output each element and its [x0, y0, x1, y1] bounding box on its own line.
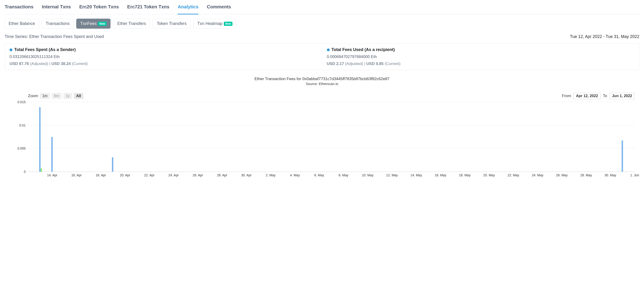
x-tick: 26. Apr — [192, 173, 203, 177]
fees-spent-eth: 0.031206613025111324 Eth — [10, 54, 317, 59]
subtab-txn-heatmap-label: Txn Heatmap — [197, 21, 222, 26]
x-tick: 14. Apr — [47, 173, 57, 177]
chart-title-block: Ether Transaction Fees for 0x0abbaf7731c… — [5, 77, 639, 86]
x-tick: 24. May — [532, 173, 544, 177]
subtab-transactions[interactable]: Transactions — [42, 19, 74, 29]
x-tick: 22. Apr — [144, 173, 154, 177]
date-range-group: From Apr 12, 2022 To Jun 1, 2022 — [562, 93, 635, 99]
zoom-6m-button[interactable]: 6m — [52, 93, 62, 99]
dot-icon — [10, 48, 12, 51]
fees-spent-title: Total Fees Spent (As a Sender) — [14, 47, 76, 52]
subtab-txn-fees[interactable]: TxnFees New — [76, 19, 110, 29]
tab-analytics[interactable]: Analytics — [178, 4, 198, 14]
tab-internal-txns[interactable]: Internal Txns — [42, 4, 71, 14]
new-badge-icon: New — [224, 22, 232, 26]
x-tick: 20. May — [483, 173, 495, 177]
subtab-token-transfers[interactable]: Token Transfers — [153, 19, 190, 29]
tab-transactions[interactable]: Transactions — [5, 4, 33, 14]
x-tick: 16. Apr — [71, 173, 82, 177]
fees-used-usd: USD 2.17 (Adjusted) | USD 0.85 (Current) — [327, 61, 635, 66]
chart-bar[interactable] — [112, 157, 113, 172]
x-tick: 24. Apr — [168, 173, 178, 177]
x-axis: 14. Apr16. Apr18. Apr20. Apr22. Apr24. A… — [28, 173, 635, 180]
fee-stats-box: Total Fees Spent (As a Sender) 0.0312066… — [5, 43, 639, 70]
time-series-range: Tue 12, Apr 2022 - Tue 31, May 2022 — [570, 34, 639, 39]
subtab-txn-heatmap[interactable]: Txn Heatmap New — [193, 19, 236, 29]
x-tick: 6. May — [314, 173, 324, 177]
chart-bar[interactable] — [39, 107, 40, 172]
x-tick: 18. May — [459, 173, 471, 177]
tab-erc721[interactable]: Erc721 Token Txns — [127, 4, 170, 14]
chart-controls: Zoom 1m 6m 1y All From Apr 12, 2022 To J… — [5, 93, 639, 99]
zoom-1m-button[interactable]: 1m — [40, 93, 50, 99]
x-tick: 28. Apr — [217, 173, 227, 177]
x-tick: 14. May — [410, 173, 422, 177]
x-tick: 22. May — [508, 173, 519, 177]
y-tick: 0 — [16, 170, 26, 174]
to-date-input[interactable]: Jun 1, 2022 — [610, 93, 635, 99]
tab-comments[interactable]: Comments — [207, 4, 231, 14]
fees-spent-usd: USD 87.76 (Adjusted) | USD 38.24 (Curren… — [10, 61, 317, 66]
chart-title: Ether Transaction Fees for 0x0abbaf7731c… — [5, 77, 639, 81]
fees-used-eth: 0.000694702797684000 Eth — [327, 54, 635, 59]
subtab-txn-fees-label: TxnFees — [80, 21, 96, 26]
to-label: To — [603, 94, 607, 98]
x-tick: 30. Apr — [241, 173, 252, 177]
x-tick: 28. May — [580, 173, 592, 177]
tab-erc20[interactable]: Erc20 Token Txns — [79, 4, 119, 14]
y-tick: 0.015 — [16, 100, 26, 104]
x-tick: 8. May — [338, 173, 348, 177]
from-date-input[interactable]: Apr 12, 2022 — [573, 93, 600, 99]
chart-source: Source: Etherscan.io — [5, 82, 639, 86]
fees-spent-col: Total Fees Spent (As a Sender) 0.0312066… — [5, 47, 322, 66]
new-badge-icon: New — [98, 22, 106, 26]
x-tick: 26. May — [556, 173, 568, 177]
dot-icon — [327, 48, 330, 51]
zoom-1y-button[interactable]: 1y — [64, 93, 72, 99]
subtab-ether-balance[interactable]: Ether Balance — [5, 19, 39, 29]
x-tick: 18. Apr — [96, 173, 106, 177]
zoom-group: Zoom 1m 6m 1y All — [28, 93, 83, 99]
time-series-header: Time Series: Ether Transaction Fees Spen… — [5, 33, 639, 43]
from-label: From — [562, 94, 571, 98]
x-tick: 4. May — [290, 173, 300, 177]
chart-plot[interactable]: 00.0050.010.015 — [28, 102, 635, 172]
main-tabs: Transactions Internal Txns Erc20 Token T… — [5, 0, 639, 14]
x-tick: 12. May — [386, 173, 398, 177]
chart-area: Values 00.0050.010.015 14. Apr16. Apr18.… — [5, 102, 639, 181]
zoom-all-button[interactable]: All — [74, 93, 83, 99]
zoom-label: Zoom — [28, 94, 38, 98]
fees-used-col: Total Fees Used (As a recipient) 0.00069… — [322, 47, 639, 66]
x-tick: 10. May — [362, 173, 374, 177]
analytics-sub-tabs: Ether Balance Transactions TxnFees New E… — [5, 14, 639, 33]
fees-used-title: Total Fees Used (As a recipient) — [332, 47, 395, 52]
chart-bar[interactable] — [51, 137, 53, 172]
chart-bar[interactable] — [40, 168, 42, 172]
x-tick: 2. May — [266, 173, 276, 177]
chart-bar[interactable] — [622, 140, 623, 172]
x-tick: 20. Apr — [120, 173, 130, 177]
time-series-label: Time Series: Ether Transaction Fees Spen… — [5, 34, 104, 39]
y-tick: 0.005 — [16, 147, 26, 150]
x-tick: 16. May — [434, 173, 446, 177]
subtab-ether-transfers[interactable]: Ether Transfers — [113, 19, 150, 29]
x-tick: 30. May — [604, 173, 616, 177]
x-tick: 1. Jun — [630, 173, 639, 177]
y-tick: 0.01 — [16, 123, 26, 127]
